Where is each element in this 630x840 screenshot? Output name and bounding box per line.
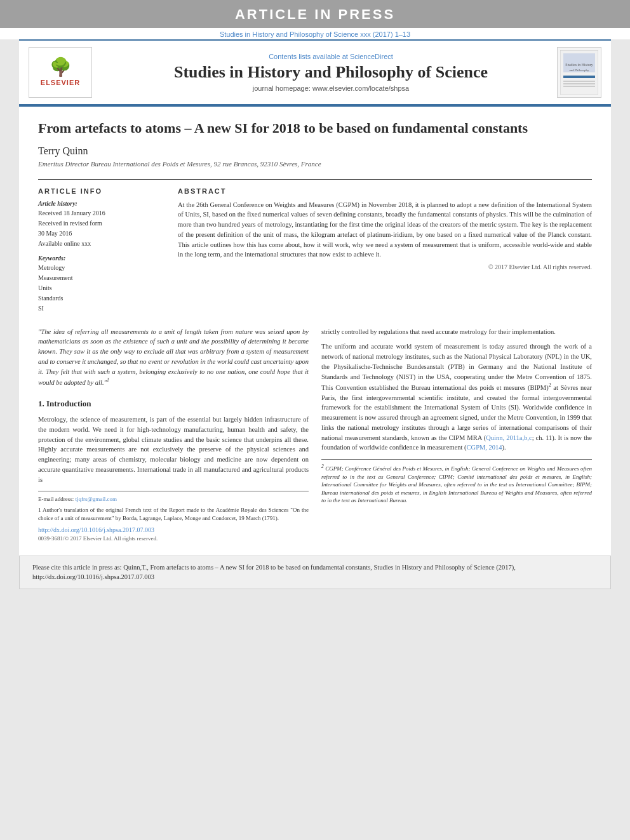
keyword-metrology: Metrology bbox=[38, 263, 165, 272]
svg-text:Studies in History: Studies in History bbox=[565, 63, 593, 67]
footnote2-text: CGPM; Conférence Général des Poids et Me… bbox=[321, 465, 592, 503]
abstract-text: At the 26th General Conference on Weight… bbox=[178, 200, 592, 260]
sciencedirect-link: Contents lists available at ScienceDirec… bbox=[117, 53, 544, 60]
section1-heading: 1. Introduction bbox=[38, 397, 309, 410]
svg-rect-6 bbox=[563, 83, 595, 84]
article-info-block: ARTICLE INFO Article history: Received 1… bbox=[38, 187, 165, 314]
issn-line: 0039-3681/© 2017 Elsevier Ltd. All right… bbox=[38, 535, 309, 543]
body-left-column: "The idea of referring all measurements … bbox=[38, 327, 309, 543]
journal-title-header: Studies in History and Philosophy of Sci… bbox=[117, 63, 544, 82]
available-online: Available online xxx bbox=[38, 239, 165, 248]
journal-center-block: Contents lists available at ScienceDirec… bbox=[117, 53, 544, 92]
elsevier-wordmark: ELSEVIER bbox=[41, 79, 80, 86]
article-info-heading: ARTICLE INFO bbox=[38, 187, 165, 195]
elsevier-logo-block: 🌳 ELSEVIER bbox=[29, 47, 105, 98]
sciencedirect-name: ScienceDirect bbox=[350, 53, 393, 60]
right-para2b-text: at Sèvres near Paris, the first intergov… bbox=[321, 384, 592, 441]
journal-meta: Studies in History and Philosophy of Sci… bbox=[0, 28, 630, 39]
right-para2: The uniform and accurate world system of… bbox=[321, 342, 592, 453]
opening-quote: "The idea of referring all measurements … bbox=[38, 327, 309, 388]
email-link[interactable]: tjqfrs@gmail.com bbox=[75, 496, 117, 502]
contents-label: Contents lists available at bbox=[269, 53, 348, 60]
email-footnote: E-mail address: tjqfrs@gmail.com bbox=[38, 495, 309, 503]
svg-rect-7 bbox=[563, 86, 595, 87]
abstract-section: ABSTRACT At the 26th General Conference … bbox=[178, 187, 592, 314]
revised-date: 30 May 2016 bbox=[38, 229, 165, 238]
keyword-si: SI bbox=[38, 304, 165, 313]
footnotes-left: E-mail address: tjqfrs@gmail.com 1 Autho… bbox=[38, 491, 309, 542]
keywords-label: Keywords: bbox=[38, 255, 165, 262]
quote-footnote-ref: 1 bbox=[107, 377, 109, 383]
quote-text: "The idea of referring all measurements … bbox=[38, 328, 309, 386]
copyright-line: © 2017 Elsevier Ltd. All rights reserved… bbox=[178, 263, 592, 270]
doi-link[interactable]: http://dx.doi.org/10.1016/j.shpsa.2017.0… bbox=[38, 526, 154, 533]
email-label: E-mail address: bbox=[38, 496, 74, 502]
main-content: From artefacts to atoms – A new SI for 2… bbox=[19, 107, 611, 556]
footnote2-number: 2 bbox=[321, 463, 324, 469]
keyword-measurement: Measurement bbox=[38, 274, 165, 283]
footnote1-text: 1 Author's translation of the original F… bbox=[38, 506, 309, 522]
svg-rect-4 bbox=[563, 76, 595, 78]
author-affiliation: Emeritus Director Bureau International d… bbox=[38, 160, 592, 168]
keyword-standards: Standards bbox=[38, 294, 165, 303]
banner-text: ARTICLE IN PRESS bbox=[235, 6, 395, 22]
elsevier-logo-image: 🌳 ELSEVIER bbox=[29, 47, 92, 98]
abstract-heading: ABSTRACT bbox=[178, 187, 592, 195]
right-para2d-text: ). bbox=[502, 444, 506, 451]
intro-paragraph: Metrology, the science of measurement, i… bbox=[38, 415, 309, 484]
revised-label: Received in revised form bbox=[38, 219, 165, 228]
article-title: From artefacts to atoms – A new SI for 2… bbox=[38, 119, 592, 138]
journal-thumbnail: Studies in History and Philosophy bbox=[557, 47, 601, 98]
citation-text: Please cite this article in press as: Qu… bbox=[32, 564, 516, 581]
keywords-section: Keywords: Metrology Measurement Units St… bbox=[38, 255, 165, 313]
keyword-units: Units bbox=[38, 284, 165, 293]
journal-citation: Studies in History and Philosophy of Sci… bbox=[220, 30, 410, 38]
quinn-link[interactable]: Quinn, 2011a,b,c bbox=[486, 434, 532, 441]
body-content: "The idea of referring all measurements … bbox=[38, 327, 592, 543]
footnote2-block: 2 CGPM; Conférence Général des Poids et … bbox=[321, 459, 592, 505]
author-name: Terry Quinn bbox=[38, 145, 592, 157]
svg-rect-5 bbox=[563, 81, 595, 82]
svg-text:and Philosophy: and Philosophy bbox=[570, 69, 589, 72]
journal-header: 🌳 ELSEVIER Contents lists available at S… bbox=[19, 39, 611, 105]
journal-homepage: journal homepage: www.elsevier.com/locat… bbox=[117, 84, 544, 92]
citation-bar: Please cite this article in press as: Qu… bbox=[19, 556, 611, 590]
article-in-press-banner: ARTICLE IN PRESS bbox=[0, 0, 630, 28]
right-para1: strictly controlled by regulations that … bbox=[321, 327, 592, 337]
received-date: Received 18 January 2016 bbox=[38, 209, 165, 218]
elsevier-tree-icon: 🌳 bbox=[50, 58, 72, 76]
body-right-column: strictly controlled by regulations that … bbox=[321, 327, 592, 543]
info-abstract-section: ARTICLE INFO Article history: Received 1… bbox=[38, 179, 592, 314]
cgpm-link[interactable]: CGPM, 2014 bbox=[467, 444, 502, 451]
history-label: Article history: bbox=[38, 200, 165, 207]
